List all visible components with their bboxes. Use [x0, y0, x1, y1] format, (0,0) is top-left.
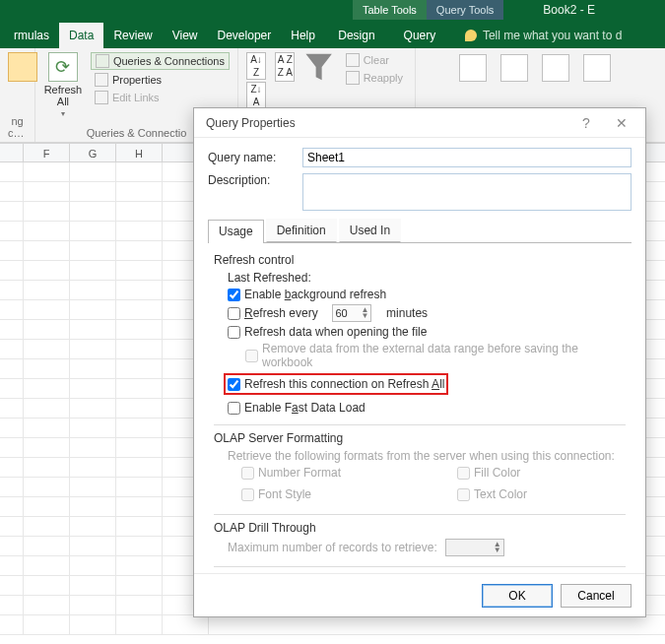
properties-button[interactable]: Properties — [91, 72, 230, 88]
last-refreshed-label: Last Refreshed: — [228, 271, 626, 285]
funnel-icon — [304, 52, 334, 82]
tab-definition[interactable]: Definition — [266, 219, 337, 242]
ribbon-tabs: rmulas Data Review View Developer Help D… — [0, 20, 665, 48]
sort-asc-button[interactable]: A↓Z — [246, 52, 266, 80]
tab-developer[interactable]: Developer — [208, 23, 282, 48]
tab-help[interactable]: Help — [281, 23, 325, 48]
properties-icon — [95, 73, 108, 87]
olap-formatting-header: OLAP Server Formatting — [214, 431, 626, 445]
dialog-buttons: OK Cancel — [194, 573, 645, 616]
column-header[interactable]: F — [24, 144, 70, 161]
dropdown-icon: ▾ — [61, 109, 65, 118]
usage-panel: Refresh control Last Refreshed: Enable b… — [208, 243, 632, 573]
number-format-checkbox: Number Format — [241, 466, 439, 480]
description-label: Description: — [208, 173, 295, 187]
reapply-filter-button: Reapply — [342, 70, 407, 86]
fill-color-checkbox: Fill Color — [457, 466, 626, 480]
tab-view[interactable]: View — [163, 23, 208, 48]
minutes-label: minutes — [386, 306, 428, 320]
edit-links-button: Edit Links — [91, 90, 230, 105]
column-header[interactable]: G — [70, 144, 116, 161]
tell-me-placeholder: Tell me what you want to d — [483, 29, 622, 42]
clear-filter-button: Clear — [342, 52, 407, 68]
olap-formatting-note: Retrieve the following formats from the … — [228, 449, 626, 463]
queries-connections-button[interactable]: Queries & Connections — [91, 52, 230, 70]
highlighted-option: Refresh this connection on Refresh All — [224, 373, 448, 395]
cancel-button[interactable]: Cancel — [561, 584, 632, 608]
sort-button[interactable]: A ZZ A — [274, 52, 297, 82]
text-to-columns-button[interactable] — [459, 54, 487, 82]
enable-fast-data-load-checkbox[interactable]: Enable Fast Data Load — [228, 401, 626, 415]
query-name-label: Query name: — [208, 151, 295, 164]
tell-me-search[interactable]: Tell me what you want to d — [451, 23, 661, 48]
edit-links-icon — [95, 91, 108, 104]
grid-row[interactable] — [0, 615, 665, 635]
dialog-tabs: Usage Definition Used In — [208, 219, 632, 243]
text-color-checkbox: Text Color — [457, 487, 626, 501]
query-properties-dialog: Query Properties ? ✕ Query name: Descrip… — [193, 107, 646, 617]
queries-icon — [96, 54, 109, 68]
description-input[interactable] — [302, 173, 632, 211]
refresh-on-refresh-all-checkbox[interactable]: Refresh this connection on Refresh All — [228, 377, 444, 391]
dialog-titlebar: Query Properties ? ✕ — [194, 108, 645, 138]
flash-fill-button[interactable] — [500, 54, 528, 82]
tab-used-in[interactable]: Used In — [339, 219, 401, 242]
max-records-label: Maximum number of records to retrieve: — [228, 541, 437, 554]
get-data-button[interactable] — [8, 52, 37, 82]
column-header[interactable]: H — [116, 144, 163, 161]
dialog-title: Query Properties — [206, 116, 568, 130]
font-style-checkbox: Font Style — [241, 487, 439, 501]
help-button[interactable]: ? — [568, 115, 604, 131]
reapply-icon — [346, 71, 360, 85]
refresh-every-checkbox[interactable]: Refresh every 60 ▲▼ minutes — [228, 304, 626, 322]
data-validation-button[interactable] — [583, 54, 611, 82]
tab-data[interactable]: Data — [59, 23, 103, 48]
tab-formulas[interactable]: rmulas — [4, 23, 59, 48]
database-icon — [8, 52, 37, 82]
sort-desc-button[interactable]: Z↓A — [246, 82, 266, 109]
contextual-tab-table-tools: Table Tools — [353, 0, 427, 20]
refresh-every-minutes-spinner[interactable]: 60 ▲▼ — [332, 304, 371, 322]
tab-query[interactable]: Query — [388, 23, 451, 48]
clear-icon — [346, 53, 360, 67]
close-button[interactable]: ✕ — [604, 115, 639, 131]
window-title: Book2 - E — [543, 3, 595, 17]
tab-design[interactable]: Design — [325, 23, 388, 48]
tab-usage[interactable]: Usage — [208, 220, 264, 243]
lightbulb-icon — [465, 30, 477, 41]
sort-icon: A ZZ A — [275, 52, 295, 82]
query-name-input[interactable] — [302, 148, 632, 167]
ok-button[interactable]: OK — [482, 584, 553, 608]
refresh-control-header: Refresh control — [214, 253, 626, 267]
enable-background-refresh-checkbox[interactable]: Enable background refresh — [228, 288, 626, 301]
refresh-on-open-checkbox[interactable]: Refresh data when opening the file — [228, 325, 626, 339]
group-label: ng ctions — [8, 113, 27, 142]
contextual-tab-query-tools: Query Tools — [427, 0, 504, 20]
remove-duplicates-button[interactable] — [542, 54, 569, 82]
title-bar: Table Tools Query Tools Book2 - E — [0, 0, 665, 20]
filter-button[interactable] — [304, 52, 334, 82]
remove-external-data-checkbox: Remove data from the external data range… — [228, 342, 626, 369]
refresh-all-label: Refresh All — [44, 84, 83, 107]
refresh-icon: ⟳ — [48, 52, 78, 82]
refresh-all-button[interactable]: ⟳ Refresh All ▾ — [43, 52, 83, 118]
tab-review[interactable]: Review — [103, 23, 162, 48]
max-records-spinner: ▲▼ — [445, 539, 504, 556]
olap-drill-header: OLAP Drill Through — [214, 521, 626, 535]
